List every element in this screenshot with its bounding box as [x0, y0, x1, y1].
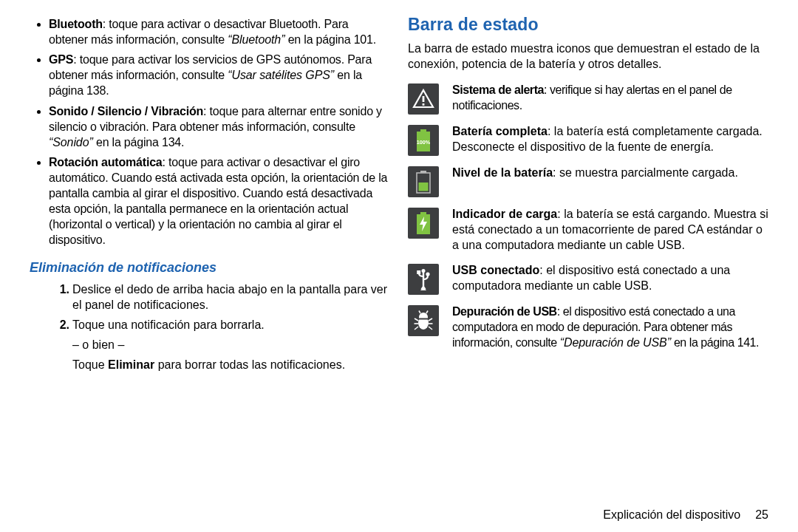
- bullet-tail: en la página 134.: [93, 136, 185, 149]
- svg-line-16: [419, 310, 420, 313]
- svg-rect-15: [418, 318, 429, 319]
- svg-rect-2: [420, 129, 426, 132]
- bullet-text: : toque para activar o desactivar el gir…: [49, 156, 387, 247]
- desc-cell: Nivel de la batería: se muestra parcialm…: [448, 162, 768, 203]
- alert-icon: [408, 83, 439, 115]
- usb-debug-icon: [408, 305, 439, 336]
- row-text: : se muestra parcialmente cargada.: [553, 166, 738, 179]
- row-text-post: en la página 141.: [671, 336, 759, 349]
- table-row: Sistema de alerta: verifique si hay aler…: [408, 79, 768, 120]
- row-lead: Indicador de carga: [452, 208, 557, 220]
- icon-cell: [408, 203, 448, 259]
- page: Bluetooth: toque para activar o desactiv…: [0, 0, 798, 532]
- table-row: Depuración de USB: el dispositivo está c…: [408, 301, 768, 356]
- step-text: Deslice el dedo de arriba hacia abajo en…: [72, 283, 387, 311]
- desc-cell: Sistema de alerta: verifique si hay aler…: [448, 79, 768, 120]
- svg-rect-0: [423, 96, 425, 102]
- list-item: 1. Deslice el dedo de arriba hacia abajo…: [50, 282, 390, 313]
- icon-cell: [408, 162, 448, 203]
- svg-line-23: [429, 327, 432, 330]
- or-follow-bold: Eliminar: [108, 358, 154, 371]
- list-item: 2. Toque una notificación para borrarla.…: [50, 317, 390, 372]
- bullet-tail: en la página 101.: [284, 33, 376, 46]
- or-follow-pre: Toque: [72, 358, 108, 371]
- svg-line-17: [426, 310, 428, 313]
- svg-line-18: [415, 318, 418, 321]
- row-lead: Sistema de alerta: [452, 83, 544, 96]
- bullet-lead: GPS: [49, 53, 73, 66]
- desc-cell: Indicador de carga: la batería se está c…: [448, 203, 768, 259]
- battery-charging-icon: [408, 208, 439, 239]
- bullet-list: Bluetooth: toque para activar o desactiv…: [30, 16, 390, 248]
- step-or-follow: Toque Eliminar para borrar todas las not…: [72, 357, 390, 372]
- svg-line-21: [429, 318, 432, 321]
- step-text: Toque una notificación para borrarla.: [72, 318, 265, 331]
- section-head: Barra de estado: [408, 15, 768, 35]
- row-lead: Batería completa: [452, 125, 548, 137]
- icon-table: Sistema de alerta: verifique si hay aler…: [408, 79, 768, 356]
- bullet-item: Sonido / Silencio / Vibración: toque par…: [49, 103, 390, 150]
- left-column: Bluetooth: toque para activar o desactiv…: [30, 16, 390, 532]
- or-follow-post: para borrar todas las notificaciones.: [154, 358, 345, 371]
- step-or: – o bien –: [72, 337, 390, 352]
- table-row: Nivel de la batería: se muestra parcialm…: [408, 162, 768, 203]
- table-row: Indicador de carga: la batería se está c…: [408, 203, 768, 259]
- row-link: “Depuración de USB”: [560, 336, 671, 349]
- usb-icon: [408, 264, 439, 295]
- desc-cell: Depuración de USB: el dispositivo está c…: [448, 301, 768, 356]
- row-lead: Nivel de la batería: [452, 166, 553, 179]
- icon-cell: [408, 259, 448, 301]
- bullet-lead: Sonido / Silencio / Vibración: [49, 105, 203, 117]
- bullet-link: “Bluetooth”: [228, 33, 284, 46]
- svg-text:100%: 100%: [417, 139, 431, 146]
- bullet-item: GPS: toque para activar los servicios de…: [49, 52, 390, 98]
- bullet-link: “Usar satélites GPS”: [228, 69, 334, 81]
- subhead-eliminacion: Eliminación de notificaciones: [30, 260, 390, 276]
- bullet-link: “Sonido”: [49, 136, 93, 149]
- table-row: USB conectado: el dispositivo está conec…: [408, 259, 768, 301]
- svg-line-20: [415, 327, 418, 330]
- intro-paragraph: La barra de estado muestra iconos que de…: [408, 41, 768, 72]
- footer-label: Explicación del dispositivo: [603, 508, 740, 521]
- svg-rect-12: [417, 270, 420, 274]
- step-number: 1.: [50, 282, 69, 297]
- step-number: 2.: [50, 317, 69, 332]
- battery-full-icon: 100%: [408, 125, 439, 156]
- bullet-lead: Bluetooth: [49, 18, 103, 30]
- row-lead: USB conectado: [452, 264, 539, 276]
- svg-rect-7: [419, 183, 429, 191]
- icon-cell: 100%: [408, 120, 448, 162]
- bullet-lead: Rotación automática: [49, 156, 163, 168]
- bullet-item: Bluetooth: toque para activar o desactiv…: [49, 16, 390, 47]
- desc-cell: USB conectado: el dispositivo está conec…: [448, 259, 768, 301]
- svg-rect-8: [420, 212, 426, 214]
- right-column: Barra de estado La barra de estado muest…: [408, 16, 768, 532]
- desc-cell: Batería completa: la batería está comple…: [448, 120, 768, 162]
- table-row: 100% Batería completa: la batería está c…: [408, 120, 768, 162]
- svg-rect-1: [423, 103, 425, 106]
- row-lead: Depuración de USB: [452, 305, 557, 318]
- footer-page: 25: [755, 508, 768, 521]
- icon-cell: [408, 301, 448, 356]
- icon-cell: [408, 79, 448, 120]
- battery-level-icon: [408, 166, 439, 197]
- page-footer: Explicación del dispositivo25: [603, 508, 768, 522]
- numbered-list: 1. Deslice el dedo de arriba hacia abajo…: [30, 282, 390, 373]
- svg-point-13: [426, 272, 429, 276]
- bullet-item: Rotación automática: toque para activar …: [49, 154, 390, 248]
